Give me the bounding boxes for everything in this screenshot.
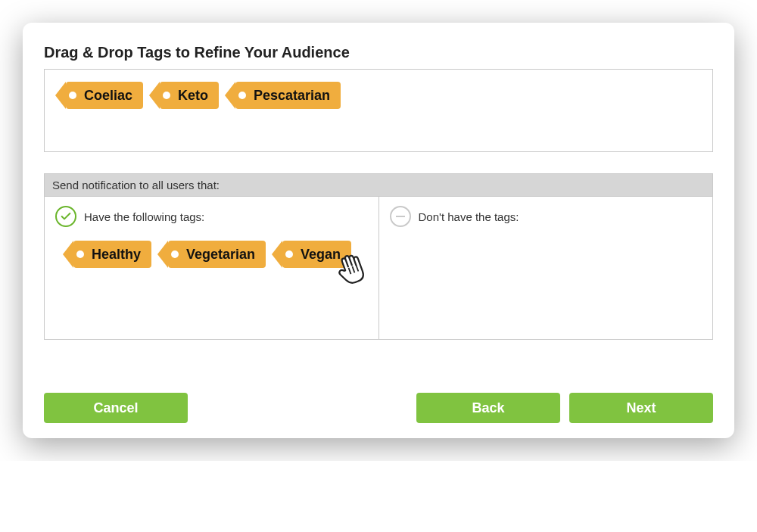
back-button[interactable]: Back [416, 393, 560, 423]
audience-dialog: Drag & Drop Tags to Refine Your Audience… [23, 23, 734, 438]
include-header: Have the following tags: [55, 206, 368, 227]
page-title: Drag & Drop Tags to Refine Your Audience [44, 44, 713, 61]
tag[interactable]: Pescatarian [235, 82, 341, 109]
checkmark-icon [55, 206, 76, 227]
include-dropzone[interactable]: Have the following tags: HealthyVegetari… [45, 197, 378, 339]
exclude-label: Don't have the tags: [419, 210, 519, 223]
tag-hole-icon [171, 250, 179, 258]
available-tags-row: CoeliacKetoPescatarian [55, 82, 702, 109]
cancel-button[interactable]: Cancel [44, 393, 188, 423]
exclude-header: Don't have the tags: [390, 206, 702, 227]
tag-label: Coeliac [84, 88, 132, 104]
tag[interactable]: Coeliac [66, 82, 143, 109]
tag-hole-icon [163, 92, 170, 99]
tag-label: Vegetarian [186, 247, 255, 263]
tag[interactable]: Vegan [282, 241, 351, 268]
available-tags-pool[interactable]: CoeliacKetoPescatarian [44, 69, 713, 152]
tag[interactable]: Healthy [73, 241, 151, 268]
tag-hole-icon [76, 250, 84, 258]
tag-label: Healthy [92, 247, 141, 263]
tag[interactable]: Keto [160, 82, 219, 109]
include-label: Have the following tags: [84, 210, 204, 223]
next-button[interactable]: Next [569, 393, 713, 423]
svg-line-0 [349, 268, 351, 274]
tag-label: Vegan [301, 247, 341, 263]
tag-hole-icon [238, 92, 246, 99]
tag-label: Keto [178, 88, 208, 104]
tag[interactable]: Vegetarian [168, 241, 266, 268]
rule-header: Send notification to all users that: [44, 173, 713, 196]
exclude-dropzone[interactable]: Don't have the tags: [378, 197, 713, 339]
minus-icon [390, 206, 411, 227]
include-tags-row: HealthyVegetarianVegan [55, 241, 368, 268]
tag-hole-icon [285, 250, 293, 258]
tag-label: Pescatarian [254, 88, 330, 104]
dialog-footer: Cancel Back Next [44, 393, 713, 423]
footer-spacer [197, 393, 407, 423]
tag-hole-icon [69, 92, 76, 99]
drop-columns: Have the following tags: HealthyVegetari… [44, 196, 713, 340]
